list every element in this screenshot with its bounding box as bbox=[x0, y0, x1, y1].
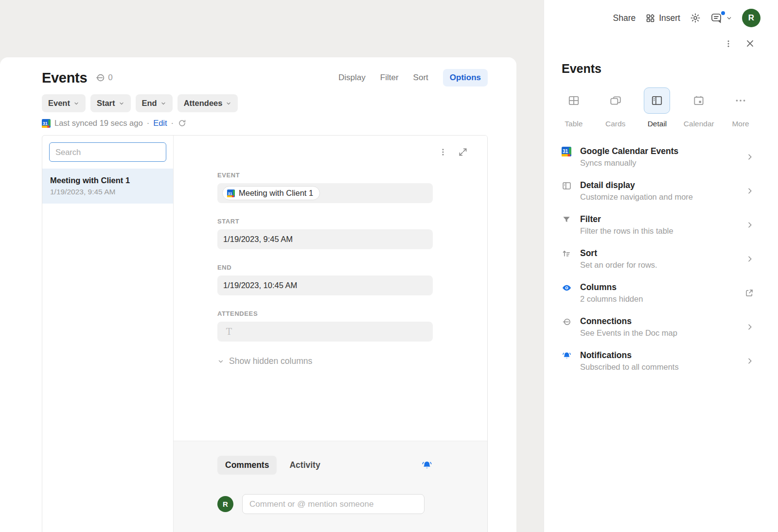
search-input[interactable] bbox=[49, 142, 166, 162]
link-count-value: 0 bbox=[108, 73, 112, 83]
setting-title: Detail display bbox=[580, 180, 693, 190]
view-option-more[interactable]: More bbox=[720, 87, 761, 128]
view-option-calendar[interactable]: Calendar bbox=[678, 87, 720, 128]
setting-title: Sort bbox=[580, 248, 657, 258]
list-item[interactable]: Meeting with Client 1 1/19/2023, 9:45 AM bbox=[42, 169, 173, 204]
sync-status-text: Last synced 19 secs ago bbox=[54, 119, 143, 128]
bell-icon bbox=[562, 351, 573, 361]
user-avatar[interactable]: R bbox=[217, 496, 233, 512]
row-list-pane: Meeting with Client 1 1/19/2023, 9:45 AM bbox=[42, 136, 174, 532]
more-views-icon bbox=[727, 87, 754, 114]
subscribe-bell-icon[interactable] bbox=[421, 460, 433, 471]
field-start: START 1/19/2023, 9:45 AM bbox=[217, 218, 433, 249]
column-chip-event[interactable]: Event bbox=[42, 94, 86, 112]
tab-comments[interactable]: Comments bbox=[217, 456, 277, 475]
close-icon[interactable] bbox=[745, 39, 755, 48]
options-button[interactable]: Options bbox=[443, 69, 488, 86]
chevron-down-icon bbox=[217, 358, 224, 365]
refresh-icon[interactable] bbox=[177, 119, 187, 128]
detail-display-icon bbox=[562, 181, 573, 191]
field-value-box[interactable]: T bbox=[217, 322, 433, 342]
view-label: Detail bbox=[648, 120, 667, 128]
view-option-cards[interactable]: Cards bbox=[595, 87, 637, 128]
setting-filter[interactable]: Filter Filter the rows in this table bbox=[562, 208, 754, 242]
field-label: START bbox=[217, 218, 433, 225]
setting-sort[interactable]: Sort Set an order for rows. bbox=[562, 242, 754, 276]
column-chips-row: Event Start End Attendees bbox=[42, 94, 488, 112]
chip-label: Event bbox=[48, 99, 70, 108]
share-button[interactable]: Share bbox=[613, 13, 636, 23]
table-header: Events 0 Display Filter Sort Options bbox=[42, 69, 488, 86]
setting-detail-display[interactable]: Detail display Customize navigation and … bbox=[562, 174, 754, 208]
table-title: Events bbox=[42, 70, 87, 86]
filter-button[interactable]: Filter bbox=[380, 73, 399, 83]
view-option-detail[interactable]: Detail bbox=[637, 87, 678, 128]
chevron-down-icon bbox=[726, 15, 732, 21]
svg-text:31: 31 bbox=[228, 191, 232, 195]
display-button[interactable]: Display bbox=[338, 73, 366, 83]
setting-subtitle: Customize navigation and more bbox=[580, 192, 693, 202]
list-item-title: Meeting with Client 1 bbox=[50, 176, 165, 185]
field-value-box[interactable]: 1/19/2023, 9:45 AM bbox=[217, 229, 433, 249]
chevron-down-icon bbox=[73, 101, 79, 106]
column-chip-start[interactable]: Start bbox=[90, 94, 131, 112]
table-view-icon bbox=[561, 87, 587, 114]
setting-title: Notifications bbox=[580, 350, 679, 360]
view-label: Table bbox=[565, 120, 583, 128]
setting-subtitle: Subscribed to all comments bbox=[580, 362, 679, 372]
sort-icon bbox=[562, 249, 573, 258]
setting-title: Connections bbox=[580, 316, 677, 326]
chevron-down-icon bbox=[119, 101, 124, 106]
user-avatar[interactable]: R bbox=[742, 9, 760, 27]
eye-icon bbox=[562, 283, 573, 293]
field-value-box[interactable]: 31 Meeting with Client 1 bbox=[217, 183, 433, 203]
setting-notifications[interactable]: Notifications Subscribed to all comments bbox=[562, 344, 754, 378]
end-value-text: 1/19/2023, 10:45 AM bbox=[222, 281, 297, 290]
connections-link-icon bbox=[562, 317, 573, 327]
setting-subtitle: See Events in the Doc map bbox=[580, 328, 677, 338]
connections-count[interactable]: 0 bbox=[95, 72, 112, 83]
settings-list: 31 Google Calendar Events Syncs manually… bbox=[544, 140, 778, 378]
svg-text:31: 31 bbox=[43, 120, 48, 125]
start-value-text: 1/19/2023, 9:45 AM bbox=[222, 235, 293, 244]
chevron-right-icon bbox=[746, 153, 754, 161]
panel-kebab-icon[interactable] bbox=[724, 39, 733, 48]
insert-button[interactable]: Insert bbox=[645, 13, 680, 23]
column-chip-end[interactable]: End bbox=[136, 94, 173, 112]
setting-columns[interactable]: Columns 2 columns hidden bbox=[562, 276, 754, 310]
sync-status-row: 31 Last synced 19 secs ago · Edit · bbox=[42, 119, 488, 128]
column-chip-attendees[interactable]: Attendees bbox=[177, 94, 238, 112]
top-actions-bar: Share Insert R bbox=[544, 0, 778, 27]
gear-icon[interactable] bbox=[690, 13, 701, 23]
field-value-box[interactable]: 1/19/2023, 10:45 AM bbox=[217, 275, 433, 295]
setting-connections[interactable]: Connections See Events in the Doc map bbox=[562, 310, 754, 344]
filter-funnel-icon bbox=[562, 215, 573, 224]
expand-row-icon[interactable] bbox=[458, 147, 468, 157]
view-option-table[interactable]: Table bbox=[553, 87, 595, 128]
comments-feed-button[interactable] bbox=[710, 12, 732, 24]
panel-window-controls bbox=[544, 27, 778, 48]
detail-view-card: Meeting with Client 1 1/19/2023, 9:45 AM… bbox=[42, 135, 488, 532]
setting-subtitle: Set an order for rows. bbox=[580, 260, 657, 270]
google-calendar-icon: 31 bbox=[42, 119, 51, 128]
notification-dot bbox=[720, 10, 726, 16]
detail-pane: EVENT 31 Meeting with Client 1 START bbox=[174, 136, 487, 532]
show-hidden-columns-button[interactable]: Show hidden columns bbox=[217, 356, 312, 366]
comment-input[interactable] bbox=[242, 494, 424, 514]
sort-button[interactable]: Sort bbox=[413, 73, 428, 83]
event-value-text: Meeting with Client 1 bbox=[239, 189, 313, 198]
chevron-right-icon bbox=[746, 187, 754, 195]
setting-subtitle: Filter the rows in this table bbox=[580, 226, 673, 236]
event-value-pill[interactable]: 31 Meeting with Client 1 bbox=[222, 186, 320, 200]
row-menu-kebab-icon[interactable] bbox=[439, 148, 447, 156]
chip-label: End bbox=[142, 99, 157, 108]
edit-sync-link[interactable]: Edit bbox=[153, 119, 167, 128]
cards-view-icon bbox=[602, 87, 629, 114]
tab-activity[interactable]: Activity bbox=[289, 460, 320, 470]
setting-google-calendar-events[interactable]: 31 Google Calendar Events Syncs manually bbox=[562, 140, 754, 174]
chevron-down-icon bbox=[226, 101, 231, 106]
google-calendar-icon: 31 bbox=[227, 189, 235, 197]
field-label: EVENT bbox=[217, 172, 433, 179]
comments-section: Comments Activity R bbox=[174, 441, 487, 532]
separator: · bbox=[171, 119, 174, 128]
